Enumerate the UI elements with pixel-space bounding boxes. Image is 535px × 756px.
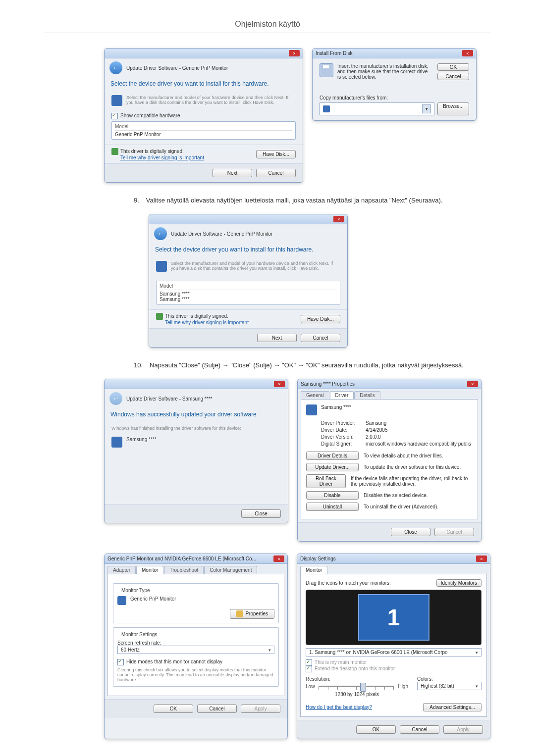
provider-value: Samsung <box>366 420 386 426</box>
tab-details[interactable]: Details <box>354 391 380 399</box>
device-icon <box>156 261 167 272</box>
cancel-button[interactable]: Cancel <box>400 725 439 734</box>
apply-button: Apply <box>241 705 280 713</box>
refresh-rate-select[interactable]: 60 Hertz▾ <box>117 646 274 654</box>
dialog-success: × ← Update Driver Software - Samsung ***… <box>104 379 288 523</box>
tab-monitor[interactable]: Monitor <box>136 566 163 574</box>
monitor-1-icon[interactable]: 1 <box>358 594 429 641</box>
model-row[interactable]: Samsung **** <box>160 297 337 302</box>
cancel-button[interactable]: Cancel <box>256 169 296 177</box>
colors-select[interactable]: Highest (32 bit)▾ <box>417 682 482 690</box>
extend-desktop-label: Extend the desktop onto this monitor <box>315 666 395 671</box>
tab-adapter[interactable]: Adapter <box>107 566 136 574</box>
tab-troubleshoot[interactable]: Troubleshoot <box>164 566 204 574</box>
version-value: 2.0.0.0 <box>366 434 381 440</box>
signer-label: Digital Signer: <box>321 441 366 447</box>
device-icon <box>111 437 122 448</box>
close-button[interactable]: Close <box>391 528 430 536</box>
dialog-heading: Windows has successfully updated your dr… <box>105 408 288 421</box>
dialog-title: Samsung **** Properties <box>301 381 355 387</box>
cancel-button: Cancel <box>434 528 474 536</box>
close-icon[interactable]: × <box>462 50 473 56</box>
have-disk-button[interactable]: Have Disk... <box>301 315 340 323</box>
date-value: 4/14/2005 <box>366 427 388 433</box>
chevron-down-icon: ▾ <box>268 648 271 653</box>
monitor-name: Generic PnP Monitor <box>130 596 176 602</box>
signed-text: This driver is digitally signed. <box>165 313 228 319</box>
ok-button[interactable]: OK <box>356 725 396 734</box>
dialog-display-settings: Display Settings× Monitor Drag the icons… <box>297 554 490 739</box>
drive-icon <box>323 105 330 112</box>
resolution-value: 1280 by 1024 pixels <box>306 692 408 697</box>
tab-general[interactable]: General <box>301 391 329 399</box>
signed-text: This driver is digitally signed. <box>120 149 184 154</box>
close-icon[interactable]: × <box>467 381 478 387</box>
titlebar: Install From Disk × <box>313 49 476 58</box>
back-icon[interactable]: ← <box>109 61 122 74</box>
close-icon[interactable]: × <box>273 555 284 562</box>
disable-desc: Disables the selected device. <box>364 493 428 498</box>
hide-modes-checkbox[interactable] <box>117 659 124 665</box>
disable-button[interactable]: Disable <box>306 491 359 500</box>
next-button[interactable]: Next <box>257 334 297 342</box>
provider-label: Driver Provider: <box>321 420 366 426</box>
date-label: Driver Date: <box>321 427 366 433</box>
properties-button[interactable]: Properties <box>230 609 274 619</box>
model-row[interactable]: Generic PnP Monitor <box>115 132 292 137</box>
advanced-settings-button[interactable]: Advanced Settings... <box>423 703 482 711</box>
close-icon[interactable]: × <box>333 216 344 222</box>
back-icon[interactable]: ← <box>154 227 167 240</box>
slider-thumb[interactable] <box>360 683 366 692</box>
driver-details-button[interactable]: Driver Details <box>306 452 359 460</box>
cancel-button[interactable]: Cancel <box>301 334 340 342</box>
step-text: Napsauta "Close" (Sulje) → "Close" (Sulj… <box>150 361 464 369</box>
rollback-button[interactable]: Roll Back Driver <box>306 474 346 488</box>
resolution-label: Resolution: <box>306 676 408 682</box>
dialog-title: Update Driver Software - Generic PnP Mon… <box>126 65 228 71</box>
close-icon[interactable]: × <box>274 381 285 387</box>
close-button[interactable]: Close <box>241 509 281 518</box>
instruction-step-9: 9. Valitse näytöllä olevasta näyttöjen l… <box>134 197 490 204</box>
dialog-update-driver-2: × ← Update Driver Software - Generic PnP… <box>149 214 348 348</box>
ok-button[interactable]: OK <box>437 63 469 71</box>
page-title: Ohjelmiston käyttö <box>45 20 490 29</box>
slider-low-label: Low <box>306 684 315 689</box>
dialog-install-from-disk: Install From Disk × Insert the manufactu… <box>312 48 477 121</box>
tab-driver[interactable]: Driver <box>330 391 354 399</box>
next-button[interactable]: Next <box>213 169 252 177</box>
install-disk-msg: Insert the manufacturer's installation d… <box>337 63 432 80</box>
close-icon[interactable]: × <box>476 555 487 562</box>
close-icon[interactable]: × <box>289 50 300 56</box>
best-display-link[interactable]: How do I get the best display? <box>306 705 372 710</box>
tell-me-link[interactable]: Tell me why driver signing is important <box>165 320 249 325</box>
monitor-select[interactable]: 1. Samsung **** on NVIDIA GeForce 6600 L… <box>306 648 482 656</box>
tell-me-link[interactable]: Tell me why driver signing is important <box>120 155 204 160</box>
dialog-monitor-properties: Generic PnP Monitor and NVIDIA GeForce 6… <box>104 554 288 739</box>
step-number: 10. <box>134 361 143 369</box>
extend-desktop-checkbox <box>306 666 312 672</box>
ok-button[interactable]: OK <box>154 705 193 713</box>
show-compat-checkbox[interactable] <box>111 113 118 119</box>
browse-button[interactable]: Browse... <box>437 102 469 115</box>
update-driver-desc: To update the driver software for this d… <box>364 464 461 470</box>
shield-icon <box>111 148 118 155</box>
dialog-title: Update Driver Software - Generic PnP Mon… <box>171 231 272 237</box>
cancel-button[interactable]: Cancel <box>197 705 237 713</box>
monitor-arrangement[interactable]: 1 <box>306 590 482 645</box>
have-disk-button[interactable]: Have Disk... <box>256 150 296 158</box>
model-row[interactable]: Samsung **** <box>160 291 337 297</box>
uninstall-button[interactable]: Uninstall <box>306 503 359 511</box>
tab-color-mgmt[interactable]: Color Management <box>204 566 257 574</box>
titlebar: × <box>105 49 303 58</box>
update-driver-button[interactable]: Update Driver... <box>306 463 359 471</box>
cancel-button[interactable]: Cancel <box>437 73 469 80</box>
identify-monitors-button[interactable]: Identify Monitors <box>436 579 482 587</box>
path-input[interactable]: ▾ <box>320 102 434 115</box>
tab-monitor[interactable]: Monitor <box>300 566 327 574</box>
titlebar: × <box>149 214 347 224</box>
step-number: 9. <box>134 197 139 204</box>
monitor-settings-legend: Monitor Settings <box>119 632 159 637</box>
dialog-title: Generic PnP Monitor and NVIDIA GeForce 6… <box>107 556 256 561</box>
resolution-slider[interactable]: Low High <box>306 682 408 691</box>
chevron-down-icon[interactable]: ▾ <box>422 104 431 113</box>
